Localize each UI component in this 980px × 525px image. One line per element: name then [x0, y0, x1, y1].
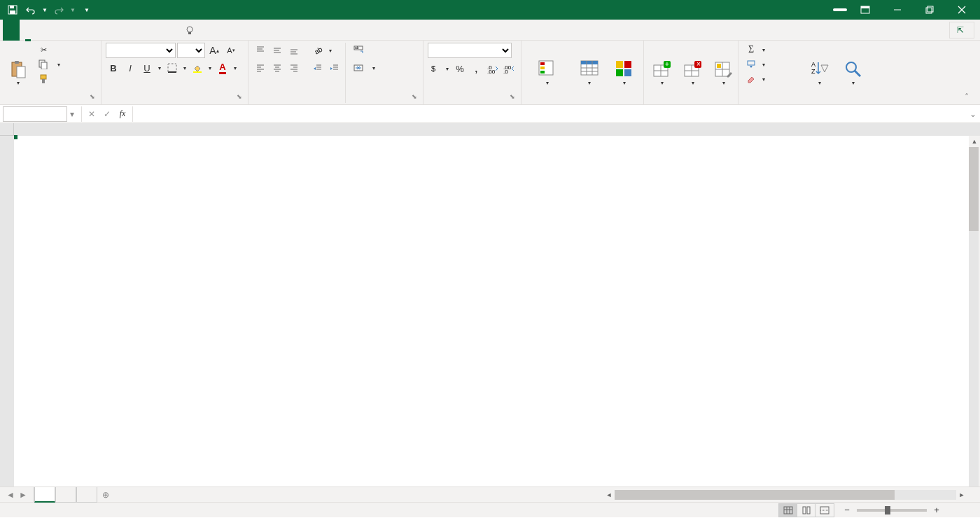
grid-main[interactable] — [14, 123, 980, 486]
page-break-view-icon[interactable] — [816, 504, 834, 517]
fill-button[interactable]: ▾ — [743, 57, 802, 71]
fill-color-button[interactable] — [190, 60, 205, 76]
zoom-in-icon[interactable]: + — [931, 503, 942, 518]
accounting-format-icon[interactable]: $ — [428, 61, 442, 76]
wrap-text-button[interactable]: ab — [350, 43, 378, 57]
align-center-icon[interactable] — [270, 60, 285, 76]
sort-filter-button[interactable]: AZ▾ — [804, 43, 835, 103]
formula-expand-icon[interactable]: ⌄ — [966, 109, 980, 119]
increase-font-icon[interactable]: A▴ — [206, 43, 222, 58]
align-middle-icon[interactable] — [270, 43, 285, 58]
format-as-table-button[interactable]: ▾ — [571, 43, 607, 103]
decrease-font-icon[interactable]: A▾ — [223, 43, 239, 58]
share-button[interactable]: ⇱ — [949, 22, 974, 38]
sheet-tab-2[interactable] — [55, 487, 76, 503]
number-format-select[interactable] — [428, 43, 512, 58]
redo-dropdown-icon[interactable]: ▼ — [69, 2, 77, 18]
increase-indent-icon[interactable] — [327, 60, 342, 76]
conditional-formatting-button[interactable]: ▾ — [526, 43, 568, 103]
borders-button[interactable] — [164, 60, 180, 76]
decrease-decimal-icon[interactable]: .00.0 — [502, 61, 517, 76]
fill-color-dd-icon[interactable]: ▾ — [206, 60, 214, 76]
fx-icon[interactable]: fx — [115, 108, 130, 119]
delete-cells-button[interactable]: ×▾ — [679, 43, 707, 103]
zoom-out-icon[interactable]: − — [841, 503, 853, 518]
save-icon[interactable] — [4, 2, 21, 18]
prev-sheet-icon[interactable]: ◄ — [6, 490, 15, 500]
tab-formulas[interactable] — [70, 20, 87, 41]
copy-button[interactable]: ▾ — [35, 57, 63, 71]
tab-help[interactable] — [137, 20, 154, 41]
tab-file[interactable] — [3, 20, 20, 41]
undo-icon[interactable] — [22, 2, 39, 18]
collapse-ribbon-icon[interactable]: ˄ — [965, 92, 976, 104]
format-cells-button[interactable]: ▾ — [710, 43, 738, 103]
font-color-button[interactable]: A — [215, 60, 230, 76]
orientation-icon[interactable]: ab — [310, 43, 326, 58]
align-left-icon[interactable] — [253, 60, 268, 76]
minimize-icon[interactable] — [883, 0, 911, 20]
undo-dropdown-icon[interactable]: ▼ — [41, 2, 49, 18]
tab-home[interactable] — [20, 20, 36, 41]
align-bottom-icon[interactable] — [286, 43, 302, 58]
font-launcher-icon[interactable]: ⬊ — [237, 93, 246, 103]
accounting-dd-icon[interactable]: ▾ — [444, 61, 451, 76]
tab-insert[interactable] — [36, 20, 53, 41]
maximize-icon[interactable] — [916, 0, 944, 20]
underline-dd-icon[interactable]: ▾ — [156, 60, 163, 76]
next-sheet-icon[interactable]: ► — [18, 490, 28, 500]
close-icon[interactable] — [948, 0, 976, 20]
scroll-up-icon[interactable]: ▲ — [969, 136, 980, 147]
bold-button[interactable]: B — [106, 60, 121, 76]
scroll-right-icon[interactable]: ► — [956, 489, 967, 500]
redo-icon[interactable] — [50, 2, 67, 18]
horizontal-scrollbar[interactable]: ◄ ► — [603, 489, 967, 500]
orientation-dd-icon[interactable]: ▾ — [327, 43, 334, 58]
normal-view-icon[interactable] — [779, 504, 797, 517]
clear-button[interactable]: ▾ — [743, 72, 802, 86]
insert-cells-button[interactable]: +▾ — [648, 43, 676, 103]
zoom-slider[interactable] — [857, 509, 927, 512]
font-size-select[interactable] — [177, 43, 205, 58]
align-top-icon[interactable] — [253, 43, 268, 58]
sheet-tab-3[interactable] — [76, 487, 97, 503]
find-select-button[interactable]: ▾ — [838, 43, 869, 103]
ribbon-display-icon[interactable] — [851, 0, 879, 20]
tab-pagelayout[interactable] — [53, 20, 70, 41]
italic-button[interactable]: I — [122, 60, 138, 76]
cut-button[interactable]: ✂ — [35, 43, 63, 57]
qat-customize-icon[interactable]: ▼ — [78, 2, 95, 18]
autosum-button[interactable]: Σ▾ — [743, 43, 802, 57]
font-name-select[interactable] — [106, 43, 176, 58]
add-sheet-icon[interactable]: ⊕ — [97, 490, 114, 500]
percent-icon[interactable]: % — [452, 61, 467, 76]
borders-dd-icon[interactable]: ▾ — [181, 60, 188, 76]
vertical-scrollbar[interactable]: ▲ ▼ — [969, 136, 980, 499]
cell-styles-button[interactable]: ▾ — [610, 43, 639, 103]
font-color-dd-icon[interactable]: ▾ — [232, 60, 239, 76]
merge-center-button[interactable]: ▾ — [350, 61, 378, 75]
tellme-search[interactable] — [185, 25, 200, 35]
decrease-indent-icon[interactable] — [310, 60, 326, 76]
format-painter-button[interactable] — [35, 72, 63, 86]
increase-decimal-icon[interactable]: .0.00 — [485, 61, 500, 76]
align-right-icon[interactable] — [286, 60, 302, 76]
tab-data[interactable] — [87, 20, 104, 41]
tab-acrobat[interactable] — [154, 20, 171, 41]
name-box[interactable] — [3, 106, 67, 122]
signin-button[interactable] — [833, 8, 847, 11]
comma-icon[interactable]: , — [469, 61, 484, 76]
page-layout-view-icon[interactable] — [797, 504, 816, 517]
scroll-left-icon[interactable]: ◄ — [603, 489, 615, 500]
select-all-corner[interactable] — [0, 123, 14, 136]
cancel-formula-icon[interactable]: ✕ — [85, 109, 99, 119]
number-launcher-icon[interactable]: ⬊ — [510, 93, 519, 103]
underline-button[interactable]: U — [139, 60, 155, 76]
sheet-tab-1[interactable] — [34, 487, 55, 503]
alignment-launcher-icon[interactable]: ⬊ — [412, 93, 421, 103]
paste-button[interactable]: ▾ — [4, 43, 32, 103]
clipboard-launcher-icon[interactable]: ⬊ — [90, 93, 99, 103]
namebox-dropdown-icon[interactable]: ▾ — [70, 109, 81, 119]
tab-review[interactable] — [104, 20, 120, 41]
tab-view[interactable] — [120, 20, 137, 41]
